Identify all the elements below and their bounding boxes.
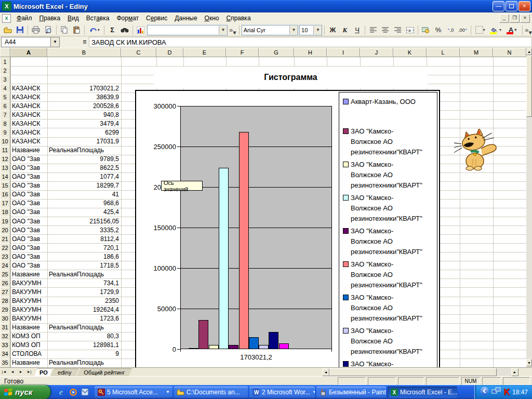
row-header-8[interactable]: 8 <box>0 119 10 128</box>
cell-B15[interactable]: 18299,7 <box>49 181 119 190</box>
scroll-right-button[interactable]: ► <box>511 368 518 376</box>
cell-A22[interactable]: ОАО "Зав <box>12 244 46 252</box>
cell-B16[interactable]: 41 <box>49 190 119 199</box>
cell-A11[interactable]: Название <box>12 146 46 155</box>
paste-button[interactable] <box>71 25 82 35</box>
menu-item-7[interactable]: Окно <box>201 13 223 23</box>
cell-A23[interactable]: ОАО "Зав <box>12 252 46 261</box>
row-header-1[interactable]: 1 <box>0 57 10 66</box>
name-box[interactable]: A44 <box>1 37 51 47</box>
row-header-23[interactable]: 23 <box>0 252 10 261</box>
cell-B13[interactable]: 8622,5 <box>49 164 119 172</box>
doc-minimize-button[interactable]: _ <box>499 14 509 23</box>
chart-bar-series-10[interactable] <box>279 343 289 349</box>
menu-item-3[interactable]: Вставка <box>83 13 113 23</box>
row-header-17[interactable]: 17 <box>0 199 10 208</box>
menu-item-5[interactable]: Сервис <box>142 13 171 23</box>
row-header-21[interactable]: 21 <box>0 234 10 244</box>
tab-scroll-prev[interactable]: ◄ <box>8 368 17 376</box>
cell-A28[interactable]: ВАКУУМН <box>12 297 46 305</box>
restore-button[interactable] <box>506 1 517 11</box>
chart-bar-series-4[interactable] <box>219 168 229 349</box>
taskbar-button-folder[interactable]: C:\Documents an... <box>174 387 248 398</box>
row-header-35[interactable]: 35 <box>0 358 10 367</box>
menu-item-0[interactable]: Файл <box>13 13 36 23</box>
cell-B23[interactable]: 186,6 <box>49 252 119 261</box>
merge-center-button[interactable]: a <box>404 25 416 35</box>
cell-A6[interactable]: КАЗАНСК <box>12 102 46 111</box>
legend-entry-4[interactable]: ЗАО "Камско-Волжское АОрезинотехники"КВА… <box>339 193 436 224</box>
column-header-F[interactable]: F <box>226 48 259 57</box>
cell-A20[interactable]: ОАО "Зав <box>12 226 46 235</box>
quicklaunch-mediaplayer-icon[interactable] <box>69 388 77 396</box>
legend-entry-6[interactable]: ЗАО "Камско-Волжское АОрезинотехники"КВА… <box>339 259 436 290</box>
cell-B4[interactable]: 1703021,2 <box>49 84 119 93</box>
horizontal-scrollbar[interactable]: ◄► <box>322 368 518 376</box>
font-color-button[interactable]: А▾ <box>505 25 521 35</box>
name-box-dropdown-icon[interactable]: ▼ <box>51 37 60 47</box>
find-button[interactable] <box>119 25 130 35</box>
group-dropdown-icon[interactable]: ▼ <box>164 390 170 394</box>
row-header-22[interactable]: 22 <box>0 243 10 252</box>
align-left-button[interactable] <box>367 25 379 35</box>
minimize-button[interactable]: — <box>493 1 504 11</box>
tray-network-icon[interactable] <box>491 387 501 397</box>
autosum-button[interactable]: Σ <box>107 25 118 35</box>
row-header-6[interactable]: 6 <box>0 101 10 111</box>
cell-A31[interactable]: Название <box>12 323 46 332</box>
legend-entry-3[interactable]: ЗАО "Камско-Волжское АОрезинотехники"КВА… <box>339 159 436 191</box>
row-header-10[interactable]: 10 <box>0 137 10 147</box>
cell-A25[interactable]: Название <box>12 270 46 279</box>
start-button[interactable]: пуск <box>0 385 50 399</box>
font-name-combobox[interactable]: Arial Cyr▼ <box>242 25 298 35</box>
cell-B27[interactable]: 1729,9 <box>49 288 119 297</box>
percent-button[interactable]: % <box>433 25 444 35</box>
cell-B21[interactable]: 8112,4 <box>49 235 119 244</box>
taskbar-button-access[interactable]: 5 Microsoft Acce...▼ <box>95 387 172 398</box>
cell-B7[interactable]: 940,8 <box>49 111 119 119</box>
cell-B24[interactable]: 1718,5 <box>49 261 119 270</box>
scroll-left-button[interactable]: ◄ <box>322 368 329 376</box>
menu-item-4[interactable]: Формат <box>113 13 142 23</box>
horizontal-scroll-thumb[interactable] <box>329 368 497 376</box>
chart-bar-series-1[interactable] <box>189 348 198 349</box>
column-header-H[interactable]: H <box>294 48 327 57</box>
sheet-tab-2[interactable]: ediny <box>50 368 79 377</box>
row-header-31[interactable]: 31 <box>0 323 10 332</box>
menu-item-2[interactable]: Вид <box>64 13 83 23</box>
row-header-20[interactable]: 20 <box>0 225 10 235</box>
cell-B30[interactable]: 1723,6 <box>49 314 119 323</box>
chart-bar-series-5[interactable] <box>229 345 238 349</box>
row-header-11[interactable]: 11 <box>0 146 10 155</box>
scroll-up-button[interactable]: ▲ <box>526 48 532 55</box>
toolbar-options-button[interactable]: »▾ <box>229 25 237 35</box>
cell-A8[interactable]: КАЗАНСК <box>12 119 46 128</box>
fill-color-button[interactable]: ▾ <box>488 25 504 35</box>
cell-B12[interactable]: 9789,5 <box>49 155 119 164</box>
cell-B19[interactable]: 215156,05 <box>49 217 119 226</box>
taskbar-button-paint[interactable]: Безымянный - Paint <box>316 387 386 398</box>
row-header-9[interactable]: 9 <box>0 128 10 137</box>
font-dropdown-icon[interactable]: ▼ <box>289 26 298 34</box>
column-header-A[interactable]: A <box>10 48 47 57</box>
legend-entry-7[interactable]: ЗАО "Камско-Волжское АОрезинотехники"КВА… <box>339 292 436 324</box>
tray-antivirus-icon[interactable]: K <box>503 388 510 397</box>
cell-B10[interactable]: 17031,9 <box>49 137 119 146</box>
vertical-scrollbar[interactable]: ▲▼ <box>526 48 532 367</box>
underline-button[interactable]: Ч <box>352 25 363 35</box>
row-header-15[interactable]: 15 <box>0 181 10 191</box>
legend-entry-8[interactable]: ЗАО "Камско-Волжское АОрезинотехники"КВА… <box>339 326 436 357</box>
row-header-19[interactable]: 19 <box>0 217 10 226</box>
row-header-25[interactable]: 25 <box>0 270 10 279</box>
cell-B11[interactable]: РеальнаяПлощадь <box>49 146 119 155</box>
quicklaunch-outlook-icon[interactable] <box>81 388 89 396</box>
row-header-29[interactable]: 29 <box>0 305 10 315</box>
column-header-B[interactable]: B <box>47 48 121 57</box>
formula-input[interactable]: ЗАВОД СК ИМ.КИРОВА <box>89 37 532 47</box>
chart-object[interactable]: 3000002500002000001500001000005000001703… <box>135 90 440 367</box>
copy-button[interactable] <box>59 25 70 35</box>
cell-B35[interactable]: РеальнаяПлощадь <box>49 358 119 367</box>
legend-entry-1[interactable]: Акварт-Казань, ООО <box>339 97 436 107</box>
cell-A13[interactable]: ОАО "Зав <box>12 164 46 172</box>
column-header-D[interactable]: D <box>156 48 183 57</box>
